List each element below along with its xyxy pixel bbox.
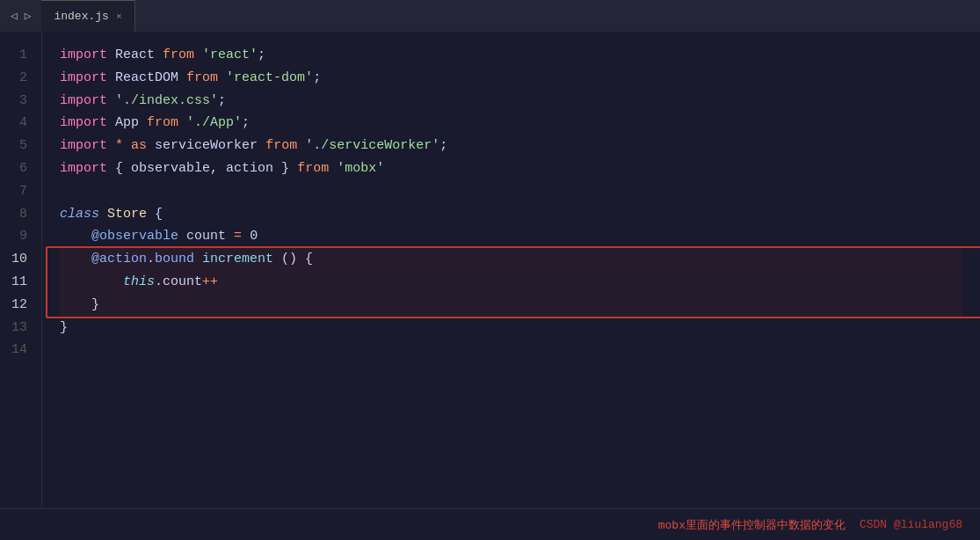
tab-bar: ◁ ▷ index.js × <box>0 0 980 32</box>
tab-close-icon[interactable]: × <box>116 11 122 22</box>
code-line-13: } <box>60 317 962 339</box>
code-line-1: import React from 'react'; <box>60 44 962 67</box>
code-line-4: import App from './App'; <box>60 112 962 135</box>
line-number-10: 10 <box>0 248 27 271</box>
code-line-7 <box>60 180 962 203</box>
code-line-8: class Store { <box>60 203 962 226</box>
line-number-7: 7 <box>0 180 27 203</box>
line-numbers: 1234567891011121314 <box>0 32 42 508</box>
line-number-13: 13 <box>0 317 27 339</box>
code-area[interactable]: import React from 'react';import ReactDO… <box>42 32 980 374</box>
line-number-12: 12 <box>0 294 27 317</box>
code-line-3: import './index.css'; <box>60 90 962 113</box>
footer-brand: CSDN @liulang68 <box>860 518 962 531</box>
footer-annotation: mobx里面的事件控制器中数据的变化 <box>658 517 846 533</box>
editor-body: 1234567891011121314 import React from 'r… <box>0 32 980 508</box>
line-number-2: 2 <box>0 67 27 90</box>
editor-tab[interactable]: index.js × <box>41 0 134 32</box>
line-number-5: 5 <box>0 135 27 157</box>
editor-container: ◁ ▷ index.js × 1234567891011121314 impor… <box>0 0 980 540</box>
line-number-3: 3 <box>0 90 27 113</box>
code-line-10: @action.bound increment () { <box>60 248 962 271</box>
line-number-8: 8 <box>0 203 27 226</box>
footer-bar: mobx里面的事件控制器中数据的变化 CSDN @liulang68 <box>0 508 980 540</box>
code-line-14 <box>60 339 962 361</box>
nav-arrows[interactable]: ◁ ▷ <box>0 0 41 32</box>
code-line-5: import * as serviceWorker from './servic… <box>60 135 962 157</box>
line-number-14: 14 <box>0 339 27 361</box>
line-number-4: 4 <box>0 112 27 135</box>
code-line-9: @observable count = 0 <box>60 225 962 248</box>
code-line-11: this.count++ <box>60 271 962 294</box>
code-wrapper: import React from 'react';import ReactDO… <box>42 32 980 508</box>
tab-filename: index.js <box>54 10 108 23</box>
code-line-2: import ReactDOM from 'react-dom'; <box>60 67 962 90</box>
line-number-11: 11 <box>0 271 27 294</box>
line-number-1: 1 <box>0 44 27 67</box>
code-line-6: import { observable, action } from 'mobx… <box>60 157 962 180</box>
line-number-9: 9 <box>0 225 27 248</box>
code-line-12: } <box>60 294 962 317</box>
line-number-6: 6 <box>0 157 27 180</box>
